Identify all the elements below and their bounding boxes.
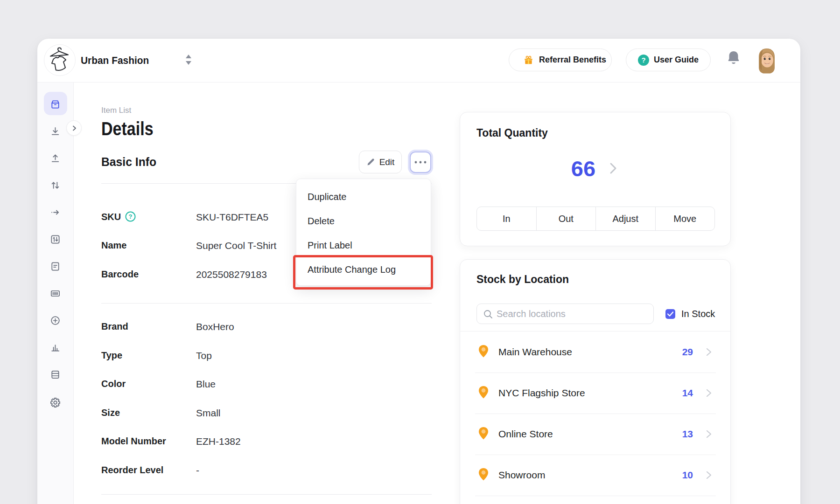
svg-text:?: ? <box>129 213 133 220</box>
